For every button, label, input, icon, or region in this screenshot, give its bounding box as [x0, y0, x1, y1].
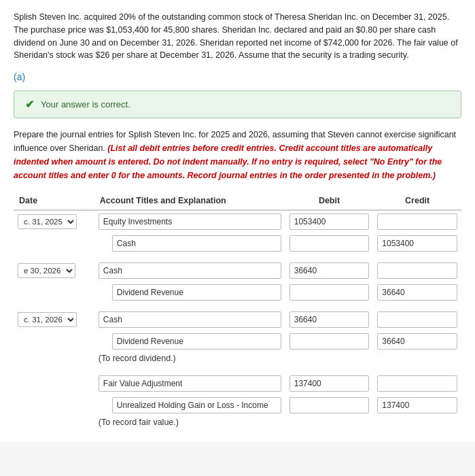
date-select-1[interactable]: c. 31, 2025	[18, 214, 77, 229]
debit-cell	[285, 260, 374, 282]
debit-input-2b[interactable]	[289, 284, 370, 301]
check-icon: ✔	[25, 98, 34, 111]
account-input-2a[interactable]	[99, 262, 281, 279]
debit-input-3b[interactable]	[289, 333, 370, 350]
credit-cell	[373, 394, 461, 416]
account-cell	[94, 394, 285, 416]
date-select-3[interactable]: c. 31, 2026	[18, 312, 77, 327]
debit-input-1a[interactable]	[289, 214, 370, 230]
header-credit: Credit	[373, 192, 461, 210]
correct-banner: ✔ Your answer is correct.	[14, 90, 461, 118]
account-input-1a[interactable]	[99, 214, 281, 230]
debit-cell	[285, 282, 374, 303]
credit-cell	[373, 282, 461, 303]
note-row-dividend: (To record dividend.)	[14, 352, 461, 367]
date-select-2[interactable]: e 30, 2026	[18, 263, 75, 278]
header-date: Date	[14, 192, 94, 210]
section-label: (a)	[14, 71, 461, 82]
table-row	[14, 282, 461, 303]
debit-input-1b[interactable]	[289, 235, 370, 252]
account-cell	[94, 309, 285, 330]
account-cell	[94, 373, 285, 394]
note-row-fair-value: (To record fair value.)	[14, 416, 461, 431]
debit-cell	[285, 210, 374, 233]
date-cell: c. 31, 2026	[14, 309, 94, 330]
debit-cell	[285, 373, 374, 394]
account-cell	[94, 210, 285, 233]
debit-cell	[285, 330, 374, 352]
account-cell	[94, 330, 285, 352]
account-input-2b[interactable]	[112, 284, 281, 301]
table-row: c. 31, 2025	[14, 210, 461, 233]
table-row	[14, 330, 461, 352]
credit-cell	[373, 260, 461, 282]
credit-input-3c[interactable]	[377, 375, 457, 392]
credit-cell	[373, 233, 461, 254]
account-cell	[94, 282, 285, 303]
date-cell-empty	[14, 233, 94, 254]
account-cell	[94, 233, 285, 254]
note-date-empty	[14, 352, 94, 367]
credit-input-2a[interactable]	[377, 262, 457, 279]
note-text-dividend: (To record dividend.)	[94, 352, 461, 367]
credit-input-3a[interactable]	[377, 311, 457, 328]
instructions: Prepare the journal entries for Splish S…	[14, 128, 461, 182]
date-cell-empty	[14, 282, 94, 303]
table-row: c. 31, 2026	[14, 309, 461, 330]
header-debit: Debit	[285, 192, 374, 210]
note-text-fair-value: (To record fair value.)	[94, 416, 461, 431]
account-input-1b[interactable]	[112, 235, 281, 252]
credit-input-3d[interactable]	[377, 397, 457, 413]
credit-cell	[373, 210, 461, 233]
date-cell-empty	[14, 330, 94, 352]
debit-input-3d[interactable]	[289, 397, 370, 413]
account-input-3c[interactable]	[99, 375, 281, 392]
account-input-3b[interactable]	[112, 333, 281, 350]
account-input-3d[interactable]	[112, 397, 281, 413]
date-cell: c. 31, 2025	[14, 210, 94, 233]
table-row: e 30, 2026	[14, 260, 461, 282]
credit-input-2b[interactable]	[377, 284, 457, 301]
debit-input-3c[interactable]	[289, 375, 370, 392]
debit-cell	[285, 309, 374, 330]
credit-cell	[373, 330, 461, 352]
credit-input-3b[interactable]	[377, 333, 457, 350]
date-cell-empty	[14, 373, 94, 394]
debit-cell	[285, 394, 374, 416]
credit-input-1b[interactable]	[377, 235, 457, 252]
credit-input-1a[interactable]	[377, 214, 457, 230]
header-account: Account Titles and Explanation	[94, 192, 285, 210]
correct-banner-text: Your answer is correct.	[41, 99, 130, 109]
debit-cell	[285, 233, 374, 254]
debit-input-2a[interactable]	[289, 262, 370, 279]
credit-cell	[373, 373, 461, 394]
journal-table: Date Account Titles and Explanation Debi…	[14, 192, 461, 431]
note-date-empty	[14, 416, 94, 431]
date-cell: e 30, 2026	[14, 260, 94, 282]
table-row	[14, 394, 461, 416]
account-input-3a[interactable]	[99, 311, 281, 328]
intro-text: Splish Steven Inc. acquired 20% of the o…	[14, 11, 461, 62]
date-cell-empty	[14, 394, 94, 416]
table-row	[14, 373, 461, 394]
credit-cell	[373, 309, 461, 330]
debit-input-3a[interactable]	[289, 311, 370, 328]
table-row	[14, 233, 461, 254]
account-cell	[94, 260, 285, 282]
